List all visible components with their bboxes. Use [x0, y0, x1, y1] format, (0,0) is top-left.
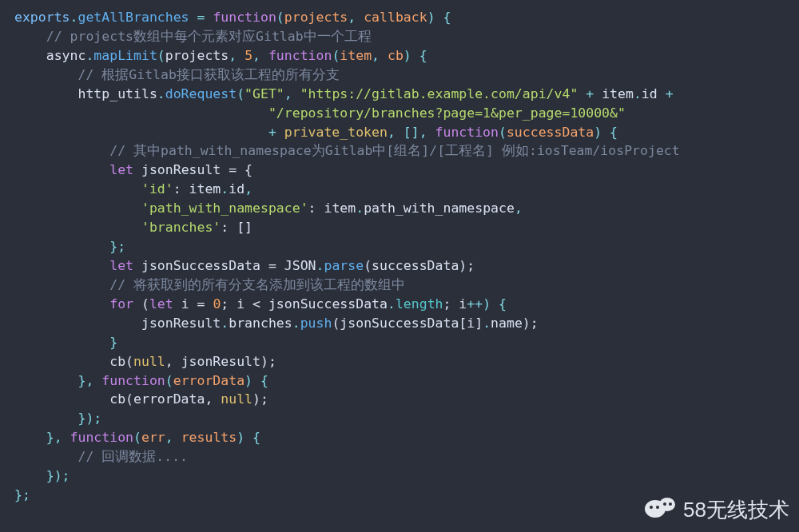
code-token: length	[396, 296, 443, 312]
code-string: 'path_with_namespace'	[141, 200, 308, 216]
code-token: ; i	[443, 296, 467, 312]
code-token: ++	[467, 296, 483, 312]
code-token: ; i < jsonSuccessData	[221, 296, 388, 312]
code-string: 'branches'	[141, 220, 221, 235]
code-token: +	[658, 86, 674, 101]
code-token: i =	[173, 296, 213, 312]
watermark: 58无线技术	[645, 495, 789, 526]
code-token: (	[165, 373, 173, 388]
code-token	[14, 220, 141, 235]
code-token: },	[14, 373, 101, 388]
code-comment: // 回调数据....	[78, 449, 188, 464]
code-token: item	[602, 86, 634, 101]
code-token: ,	[252, 48, 268, 63]
code-token: push	[300, 316, 332, 331]
code-token: ,	[165, 430, 181, 445]
code-string: "/repository/branches?page=1&per_page=10…	[268, 105, 626, 121]
code-token: .	[221, 181, 229, 197]
code-token: successData	[507, 125, 594, 140]
code-token: cb(errorData,	[14, 391, 221, 407]
code-token: function	[213, 10, 276, 25]
code-token: (	[332, 48, 340, 63]
code-token: +	[14, 125, 284, 140]
code-comment: // 将获取到的所有分支名添加到该工程的数组中	[109, 277, 405, 292]
code-token: (	[276, 10, 284, 25]
code-token	[14, 258, 109, 273]
code-token: ,	[229, 48, 244, 63]
code-token: function	[268, 48, 332, 63]
code-token: ) {	[244, 373, 268, 388]
code-token: : []	[221, 220, 252, 235]
code-token: function	[435, 125, 499, 140]
code-token: cb	[388, 48, 403, 63]
code-token: ,	[348, 10, 364, 25]
code-token: .	[292, 316, 300, 331]
code-token: jsonResult = {	[133, 162, 252, 177]
code-token: : item	[308, 200, 356, 216]
code-token: ,	[372, 48, 388, 63]
code-string: "https://gitlab.example.com/api/v4"	[300, 86, 578, 101]
code-token	[14, 29, 46, 44]
code-token: function	[70, 430, 133, 445]
code-token: (	[133, 430, 141, 445]
code-token: projects	[284, 10, 348, 25]
code-comment: // 根据Gitlab接口获取该工程的所有分支	[78, 67, 339, 82]
code-token: for	[109, 296, 133, 312]
code-token: );	[523, 316, 539, 331]
code-token: );	[252, 391, 268, 407]
code-token: (	[133, 296, 149, 312]
code-token	[14, 67, 78, 82]
code-token: .	[316, 258, 324, 273]
code-token: (jsonSuccessData[i]	[332, 316, 483, 331]
watermark-text: 58无线技术	[683, 495, 789, 526]
code-token: parse	[324, 258, 364, 273]
code-token: =	[189, 10, 213, 25]
code-token	[14, 143, 109, 158]
code-token: (successData);	[364, 258, 475, 273]
code-token: ,	[244, 181, 252, 197]
code-token: getAllBranches	[78, 10, 189, 25]
code-token: function	[101, 373, 165, 388]
code-token: };	[14, 239, 125, 254]
code-string: 'id'	[141, 181, 173, 197]
code-token: .	[221, 316, 229, 331]
code-token: }	[14, 335, 117, 350]
code-token: err	[141, 430, 165, 445]
code-token: : item	[173, 181, 221, 197]
code-token: , [],	[388, 125, 435, 140]
code-token	[14, 162, 109, 177]
code-token: });	[14, 411, 101, 426]
code-comment: // 其中path_with_namespace为Gitlab中[组名]/[工程…	[109, 143, 680, 158]
code-token: (	[157, 48, 165, 63]
code-token: .	[388, 296, 396, 312]
code-token: branches	[229, 316, 292, 331]
code-block: exports.getAllBranches = function(projec…	[0, 0, 799, 513]
code-token: , jsonResult);	[165, 354, 276, 369]
code-token: (	[499, 125, 507, 140]
code-token: path_with_namespace	[364, 200, 515, 216]
code-comment: // projects数组中每个元素对应Gitlab中一个工程	[46, 29, 372, 44]
code-token: jsonResult	[14, 316, 221, 331]
code-token: },	[14, 430, 70, 445]
code-token	[14, 277, 109, 292]
code-token: doRequest	[165, 86, 237, 101]
code-token: .	[70, 10, 78, 25]
code-token: ,	[284, 86, 300, 101]
code-token: private_token	[284, 125, 388, 140]
code-token: ,	[515, 200, 523, 216]
code-token	[14, 181, 141, 197]
code-token: jsonSuccessData = JSON	[133, 258, 316, 273]
code-token: null	[133, 354, 165, 369]
code-token: .	[85, 48, 93, 63]
code-token: cb(	[14, 354, 133, 369]
code-token: exports	[14, 10, 70, 25]
code-token: (	[237, 86, 244, 101]
code-token: });	[14, 468, 70, 483]
code-token: 0	[213, 296, 221, 312]
code-token: +	[578, 86, 602, 101]
code-token	[14, 200, 141, 216]
code-string: "GET"	[244, 86, 284, 101]
code-token: null	[221, 391, 252, 407]
wechat-icon	[645, 498, 675, 523]
code-token: 5	[244, 48, 252, 63]
